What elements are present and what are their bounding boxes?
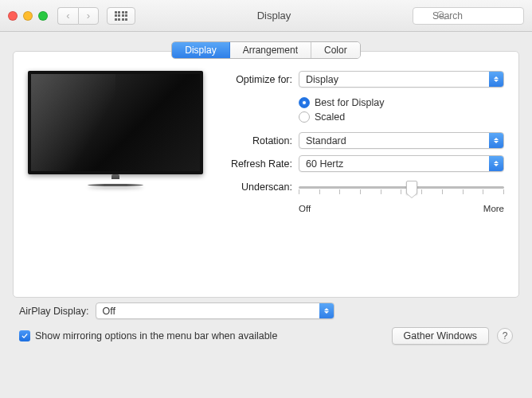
content: Display Arrangement Color Optimize for: … — [0, 32, 532, 353]
rotation-label: Rotation: — [211, 135, 299, 146]
tab-arrangement[interactable]: Arrangement — [230, 42, 311, 58]
checkmark-icon — [21, 332, 29, 340]
rotation-value: Standard — [306, 135, 346, 146]
back-button[interactable]: ‹ — [57, 7, 78, 25]
slider-thumb-icon[interactable] — [406, 181, 417, 194]
monitor-screen-icon — [28, 71, 203, 174]
footer: AirPlay Display: Off Show mirroring opti… — [13, 298, 519, 345]
help-icon: ? — [503, 330, 508, 341]
rotation-select[interactable]: Standard — [299, 132, 504, 149]
radio-unchecked-icon — [299, 111, 310, 123]
updown-arrows-icon — [489, 133, 503, 148]
refresh-rate-label: Refresh Rate: — [211, 158, 299, 170]
tab-display[interactable]: Display — [172, 42, 229, 58]
nav-buttons: ‹ › — [57, 7, 99, 25]
updown-arrows-icon — [489, 72, 503, 87]
updown-arrows-icon — [489, 156, 503, 171]
scaled-label: Scaled — [315, 111, 345, 123]
resolution-best-radio[interactable]: Best for Display — [299, 97, 504, 108]
mirroring-label: Show mirroring options in the menu bar w… — [35, 330, 277, 341]
display-form: Optimize for: Display Best for Display — [211, 71, 504, 220]
titlebar: ‹ › Display — [0, 0, 532, 32]
refresh-rate-value: 60 Hertz — [306, 158, 343, 170]
best-for-display-label: Best for Display — [315, 97, 385, 108]
chevron-right-icon: › — [87, 10, 90, 21]
refresh-rate-select[interactable]: 60 Hertz — [299, 155, 504, 172]
show-all-button[interactable] — [107, 7, 135, 25]
window-controls — [8, 11, 48, 21]
minimize-window-button[interactable] — [23, 11, 33, 21]
underscan-min-label: Off — [299, 204, 311, 213]
chevron-left-icon: ‹ — [66, 10, 69, 21]
fullscreen-window-button[interactable] — [38, 11, 48, 21]
underscan-label: Underscan: — [211, 178, 299, 193]
gather-windows-button[interactable]: Gather Windows — [392, 327, 489, 345]
underscan-slider[interactable] — [299, 178, 504, 201]
settings-panel: Optimize for: Display Best for Display — [13, 51, 519, 298]
radio-checked-icon — [299, 97, 310, 108]
optimize-for-label: Optimize for: — [211, 74, 299, 85]
resolution-scaled-radio[interactable]: Scaled — [299, 111, 504, 123]
search-wrap — [413, 7, 524, 25]
grid-icon — [115, 11, 128, 21]
optimize-for-value: Display — [306, 74, 338, 85]
forward-button[interactable]: › — [78, 7, 99, 25]
tab-color[interactable]: Color — [311, 42, 360, 58]
window-title: Display — [135, 10, 413, 21]
airplay-label: AirPlay Display: — [19, 306, 89, 317]
optimize-for-select[interactable]: Display — [299, 71, 504, 88]
mirroring-checkbox[interactable] — [19, 330, 30, 341]
help-button[interactable]: ? — [497, 328, 513, 344]
underscan-max-label: More — [483, 204, 504, 213]
updown-arrows-icon — [319, 303, 334, 318]
tab-group: Display Arrangement Color — [13, 41, 519, 59]
airplay-value: Off — [103, 306, 115, 317]
monitor-illustration — [28, 71, 211, 220]
airplay-select[interactable]: Off — [96, 302, 334, 319]
search-input[interactable] — [413, 7, 524, 25]
close-window-button[interactable] — [8, 11, 18, 21]
